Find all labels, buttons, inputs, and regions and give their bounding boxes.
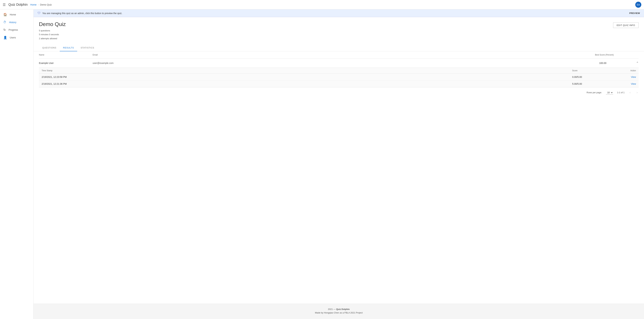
- user-email: user@example.com: [92, 62, 599, 64]
- tab-statistics[interactable]: STATISTICS: [77, 44, 98, 51]
- rows-per-page-label: Rows per page:: [586, 91, 602, 94]
- breadcrumb-separator: -: [38, 3, 39, 6]
- footer-line-1: 2021 — Quiz Dolphin: [38, 308, 640, 311]
- next-page-button[interactable]: ›: [636, 90, 639, 95]
- history-icon: ⏱: [3, 20, 6, 24]
- footer-brand: Quiz Dolphin: [336, 308, 350, 311]
- expand-icon[interactable]: ⌃: [636, 61, 639, 65]
- footer-year-brand-prefix: 2021 —: [328, 308, 336, 311]
- home-icon: 🏠: [3, 13, 7, 16]
- pagination: Rows per page: 10 25 50 1-1 of 1 ‹ ›: [34, 87, 644, 98]
- tab-questions[interactable]: QUESTIONS: [39, 44, 60, 51]
- attempt-row: 2/19/2021, 12:21:36 PM 5.00/5.00 View: [39, 80, 639, 87]
- quiz-title-block: Demo Quiz 5 questions 5 minutes 0 second…: [39, 21, 66, 40]
- banner-left: 🛡 You are managing this quiz as an admin…: [38, 11, 122, 15]
- quiz-meta: 5 questions 5 minutes 0 seconds 2 attemp…: [39, 29, 66, 40]
- avatar[interactable]: EA: [635, 2, 641, 8]
- sub-col-header-timestamp: Time Stamp: [42, 69, 572, 72]
- sub-col-header-action: Action: [622, 69, 636, 72]
- attempt-timestamp: 2/19/2021, 12:21:36 PM: [42, 82, 572, 85]
- tab-results[interactable]: RESULTS: [60, 44, 77, 51]
- quiz-questions: 5 questions: [39, 29, 66, 32]
- sub-col-header-score: Score: [572, 69, 622, 72]
- sidebar-item-label: Home: [10, 13, 16, 16]
- preview-button[interactable]: PREVIEW: [630, 12, 640, 14]
- app-brand: Quiz Dolphin: [8, 3, 28, 6]
- table-header: Name Email Best Score (Percent): [39, 51, 639, 58]
- sidebar-item-history[interactable]: ⏱ History: [0, 18, 34, 26]
- user-name: Example User: [39, 62, 92, 64]
- sidebar-item-label: Progress: [8, 28, 18, 31]
- progress-icon: ↻: [3, 28, 6, 32]
- attempt-score: 0.00/5.00: [572, 76, 622, 78]
- edit-quiz-button[interactable]: EDIT QUIZ INFO: [613, 22, 639, 28]
- sidebar-item-home[interactable]: 🏠 Home: [0, 11, 34, 18]
- view-link[interactable]: View: [631, 82, 636, 85]
- rows-per-page-select[interactable]: 10 25 50: [606, 91, 613, 94]
- quiz-duration: 5 minutes 0 seconds: [39, 32, 66, 36]
- attempt-row: 2/19/2021, 12:23:58 PM 0.00/5.00 View: [39, 74, 639, 80]
- col-header-email: Email: [92, 54, 595, 56]
- admin-banner: 🛡 You are managing this quiz as an admin…: [34, 9, 644, 17]
- sub-table: Time Stamp Score Action 2/19/2021, 12:23…: [39, 68, 639, 87]
- results-section: Name Email Best Score (Percent) Example …: [34, 51, 644, 87]
- footer: 2021 — Quiz Dolphin Made by Hongqiao Che…: [34, 304, 644, 319]
- user-row-main[interactable]: Example User user@example.com 100.00 ⌃: [39, 58, 639, 68]
- attempt-timestamp: 2/19/2021, 12:23:58 PM: [42, 76, 572, 78]
- attempt-score: 5.00/5.00: [572, 82, 622, 85]
- shield-icon: 🛡: [38, 11, 40, 15]
- quiz-title: Demo Quiz: [39, 21, 66, 27]
- quiz-header: Demo Quiz 5 questions 5 minutes 0 second…: [34, 17, 644, 40]
- user-best-score: 100.00: [599, 62, 636, 64]
- sub-table-header: Time Stamp Score Action: [39, 68, 639, 74]
- prev-page-button[interactable]: ‹: [628, 90, 632, 95]
- sidebar: 🏠 Home ⏱ History ↻ Progress 👤 Users: [0, 9, 34, 319]
- tabs: QUESTIONS RESULTS STATISTICS: [34, 44, 644, 51]
- attempt-action: View: [622, 76, 636, 78]
- top-nav: ☰ Quiz Dolphin Home - Demo Quiz EA: [0, 0, 644, 9]
- breadcrumb-current: Demo Quiz: [40, 3, 52, 6]
- users-icon: 👤: [3, 36, 7, 39]
- footer-line-2: Made by Hongqiao Chen as a FBLA 2021 Pro…: [38, 312, 640, 314]
- col-header-name: Name: [39, 54, 92, 56]
- content-area: 🛡 You are managing this quiz as an admin…: [34, 9, 644, 304]
- col-header-score: Best Score (Percent): [595, 54, 632, 56]
- page-info: 1-1 of 1: [617, 91, 624, 94]
- attempt-action: View: [622, 82, 636, 85]
- breadcrumb: Home - Demo Quiz: [30, 3, 52, 6]
- view-link[interactable]: View: [631, 76, 636, 78]
- sidebar-item-users[interactable]: 👤 Users: [0, 34, 34, 41]
- banner-message: You are managing this quiz as an admin, …: [42, 12, 122, 14]
- sidebar-item-label: History: [9, 21, 16, 24]
- menu-icon[interactable]: ☰: [3, 3, 6, 7]
- sidebar-item-progress[interactable]: ↻ Progress: [0, 26, 34, 34]
- sidebar-item-label: Users: [10, 36, 16, 39]
- quiz-attempts: 2 attempts allowed: [39, 36, 66, 40]
- user-row: Example User user@example.com 100.00 ⌃ T…: [39, 58, 639, 87]
- main-content: 🛡 You are managing this quiz as an admin…: [34, 9, 644, 319]
- breadcrumb-home[interactable]: Home: [30, 3, 36, 6]
